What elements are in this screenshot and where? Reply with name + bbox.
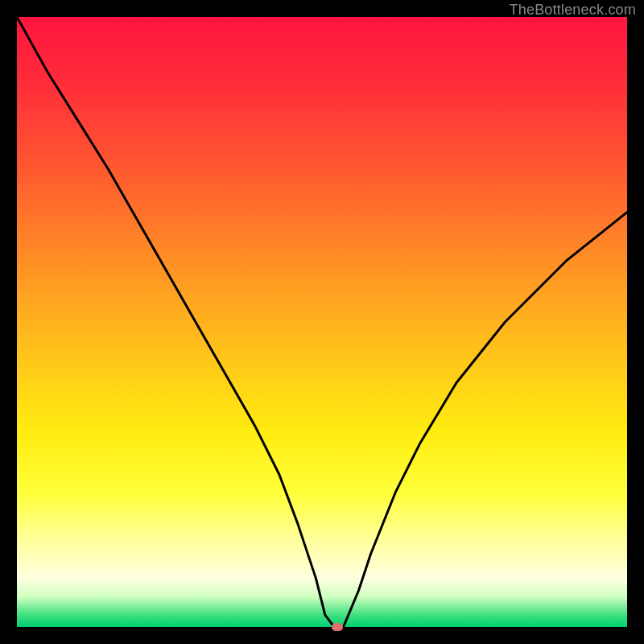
bottleneck-curve: [17, 17, 627, 627]
minimum-marker: [332, 623, 343, 631]
watermark-text: TheBottleneck.com: [510, 2, 636, 19]
chart-container: TheBottleneck.com: [0, 0, 644, 644]
plot-area: [17, 17, 627, 627]
